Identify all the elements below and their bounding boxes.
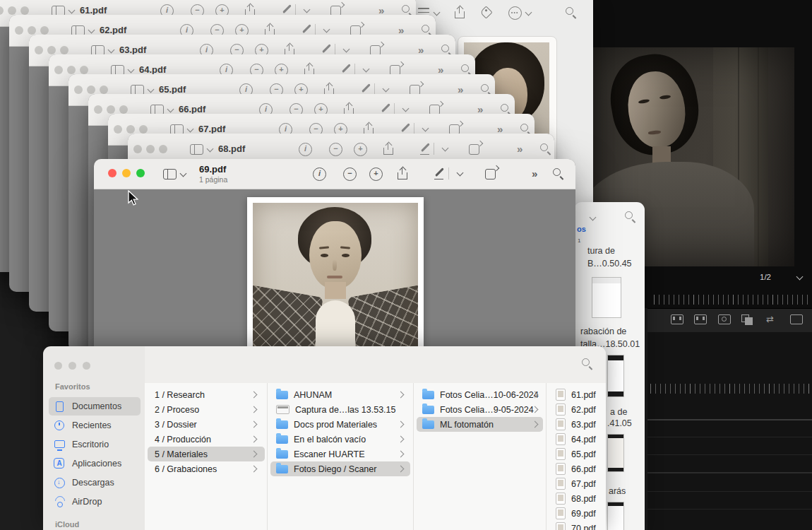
column-divider[interactable]: [546, 383, 547, 530]
column4-row[interactable]: 65.pdf: [553, 447, 606, 461]
close-button[interactable]: [108, 169, 117, 177]
close-button[interactable]: [15, 26, 23, 35]
zoom-out-icon[interactable]: [329, 143, 342, 156]
chevron-down-icon[interactable]: [187, 126, 193, 133]
file-thumbnail[interactable]: [592, 277, 621, 318]
close-button[interactable]: [0, 6, 4, 15]
chevron-down-icon[interactable]: [590, 215, 596, 221]
chevron-down-icon[interactable]: [323, 27, 330, 33]
column4-row[interactable]: 69.pdf: [553, 506, 606, 521]
file-thumbnail[interactable]: [607, 355, 624, 397]
close-button[interactable]: [54, 362, 62, 370]
chevron-down-icon[interactable]: [402, 106, 409, 112]
sidebar-item-documentos[interactable]: Documentos: [49, 397, 141, 416]
close-button[interactable]: [74, 86, 83, 94]
minimize-button[interactable]: [126, 125, 135, 134]
file-thumbnail[interactable]: [607, 502, 624, 530]
export-frame-icon[interactable]: [718, 314, 731, 324]
column2-row[interactable]: Docs prod Materiales: [270, 417, 410, 432]
close-button[interactable]: [35, 46, 43, 54]
column-divider[interactable]: [267, 383, 268, 530]
minimize-button[interactable]: [67, 66, 76, 74]
markup-icon[interactable]: [434, 167, 445, 179]
zoom-out-icon[interactable]: [343, 167, 357, 181]
chevron-down-icon[interactable]: [207, 146, 213, 153]
compare-view-icon[interactable]: [741, 314, 753, 323]
minimize-button[interactable]: [28, 26, 36, 35]
column3-row-selected[interactable]: ML fotomatón: [417, 417, 543, 432]
insert-icon[interactable]: [671, 314, 683, 324]
minimize-button[interactable]: [47, 46, 56, 54]
zoom-button[interactable]: [83, 362, 90, 370]
rotate-icon[interactable]: [485, 169, 496, 179]
chevron-down-icon[interactable]: [422, 126, 429, 132]
chevron-down-icon[interactable]: [304, 7, 310, 13]
search-icon[interactable]: [540, 143, 551, 155]
minimize-button[interactable]: [107, 105, 115, 114]
share-icon[interactable]: [398, 167, 407, 179]
chevron-down-icon[interactable]: [68, 8, 75, 14]
playback-resolution-dropdown[interactable]: 1/2: [754, 271, 806, 284]
sidebar-toggle-icon[interactable]: [190, 144, 203, 155]
chevron-down-icon[interactable]: [180, 171, 186, 177]
file-thumbnail[interactable]: [607, 434, 624, 472]
chevron-down-icon[interactable]: [434, 10, 440, 16]
close-button[interactable]: [114, 125, 122, 134]
column4-row[interactable]: 64.pdf: [553, 432, 606, 447]
column1-row[interactable]: 1 / Research: [148, 387, 265, 402]
markup-icon[interactable]: [419, 143, 431, 155]
sidebar-item-airdrop[interactable]: AirDrop: [49, 493, 141, 511]
safe-margins-icon[interactable]: [790, 314, 803, 324]
zoom-button[interactable]: [139, 125, 148, 134]
search-icon[interactable]: [566, 7, 577, 18]
more-toolbar-icon[interactable]: »: [517, 143, 523, 155]
zoom-button[interactable]: [40, 26, 49, 35]
minimize-button[interactable]: [68, 362, 76, 370]
column1-row[interactable]: 2 / Proceso: [148, 402, 265, 417]
zoom-button[interactable]: [20, 6, 29, 15]
chevron-down-icon[interactable]: [167, 107, 174, 113]
search-icon[interactable]: [582, 358, 593, 370]
finder-window[interactable]: Favoritos Documentos Recientes Escritori…: [43, 346, 606, 530]
sidebar-item-aplicaciones[interactable]: Aplicaciones: [49, 454, 141, 473]
minimize-button[interactable]: [8, 6, 16, 15]
share-icon[interactable]: [383, 143, 393, 155]
chevron-down-icon[interactable]: [442, 146, 448, 152]
search-icon[interactable]: [553, 168, 564, 179]
column3-row[interactable]: Fotos Celia…9-05-2024: [417, 402, 543, 417]
column2-row-selected[interactable]: Fotos Diego / Scaner: [270, 461, 410, 476]
minimize-button[interactable]: [122, 169, 131, 177]
sync-settings-icon[interactable]: ⇄: [766, 314, 777, 323]
close-button[interactable]: [133, 145, 142, 153]
zoom-button[interactable]: [159, 145, 167, 153]
info-icon[interactable]: [313, 167, 326, 181]
column4-row[interactable]: 63.pdf: [553, 417, 606, 432]
chevron-down-icon[interactable]: [343, 47, 350, 53]
sidebar-item-descargas[interactable]: Descargas: [49, 473, 141, 492]
close-button[interactable]: [54, 66, 63, 74]
more-toolbar-icon[interactable]: »: [532, 167, 537, 179]
zoom-in-icon[interactable]: [354, 143, 367, 156]
info-icon[interactable]: [299, 143, 312, 156]
zoom-in-icon[interactable]: [369, 167, 383, 181]
sidebar-item-escritorio[interactable]: Escritorio: [49, 435, 141, 454]
chevron-down-icon[interactable]: [363, 66, 369, 73]
column1-row[interactable]: 3 / Dossier: [148, 417, 265, 432]
sidebar-toggle-icon[interactable]: [163, 169, 177, 179]
column4-row[interactable]: 67.pdf: [553, 476, 606, 491]
column4-row[interactable]: 66.pdf: [553, 461, 606, 476]
column4-row[interactable]: 62.pdf: [553, 402, 606, 417]
column4-row[interactable]: 68.pdf: [553, 491, 606, 506]
column2-row[interactable]: En el balcón vacío: [270, 432, 410, 447]
column2-row[interactable]: Escaner HUARTE: [270, 447, 410, 461]
zoom-button[interactable]: [80, 66, 88, 74]
column1-row[interactable]: 4 / Producción: [148, 432, 265, 447]
zoom-button[interactable]: [100, 86, 108, 94]
column1-row-selected[interactable]: 5 / Materiales: [148, 447, 265, 461]
sidebar-link-fragment[interactable]: os: [577, 225, 586, 233]
overwrite-icon[interactable]: [694, 314, 707, 324]
column4-row[interactable]: 70.pdf: [553, 521, 606, 530]
program-mini-timeline-ruler[interactable]: [654, 295, 812, 305]
sidebar-item-recientes[interactable]: Recientes: [49, 416, 141, 435]
column3-row[interactable]: Fotos Celia…10-06-2024: [417, 387, 543, 402]
